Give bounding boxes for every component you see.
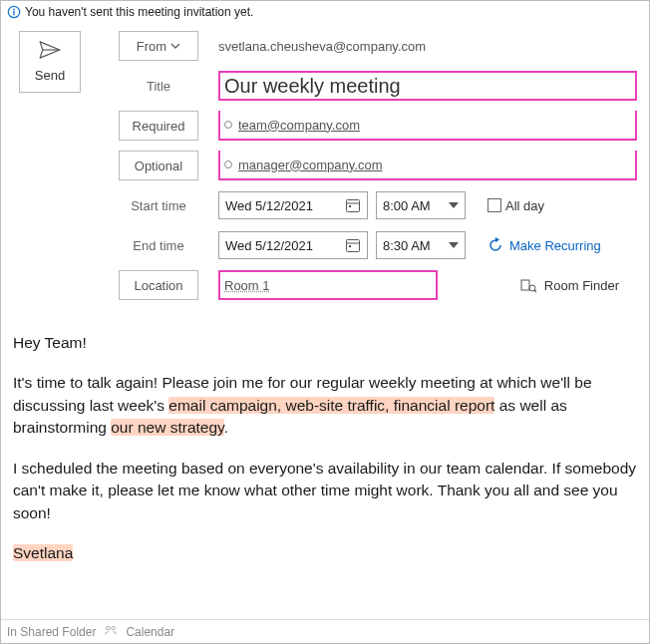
svg-rect-7 bbox=[347, 240, 360, 252]
end-time-label: End time bbox=[119, 230, 198, 260]
make-recurring-label: Make Recurring bbox=[509, 238, 601, 253]
from-button[interactable]: From bbox=[119, 31, 198, 61]
folder-icon bbox=[104, 623, 118, 640]
meeting-body[interactable]: Hey Team! It's time to talk again! Pleas… bbox=[1, 310, 649, 593]
optional-email[interactable]: manager@company.com bbox=[238, 158, 382, 172]
optional-input[interactable]: manager@company.com bbox=[218, 151, 637, 180]
title-label: Title bbox=[119, 71, 198, 101]
room-finder-label: Room Finder bbox=[544, 278, 619, 293]
all-day-checkbox[interactable]: All day bbox=[488, 198, 544, 213]
svg-point-13 bbox=[107, 627, 111, 631]
svg-rect-6 bbox=[349, 205, 351, 207]
start-time-label: Start time bbox=[119, 190, 198, 220]
start-time-input[interactable]: 8:00 AM bbox=[376, 191, 466, 219]
send-button[interactable]: Send bbox=[19, 31, 81, 93]
body-signature: Svetlana bbox=[13, 544, 73, 561]
calendar-icon bbox=[345, 197, 361, 213]
required-button[interactable]: Required bbox=[119, 111, 198, 141]
location-button[interactable]: Location bbox=[119, 270, 198, 300]
end-time-input[interactable]: 8:30 AM bbox=[376, 231, 466, 259]
highlight-topics: email campaign, web-site traffic, financ… bbox=[168, 397, 494, 414]
title-input[interactable]: Our weekly meeting bbox=[218, 71, 637, 101]
body-paragraph-1: It's time to talk again! Please join me … bbox=[13, 372, 637, 439]
calendar-folder-label: Calendar bbox=[126, 625, 174, 639]
svg-line-12 bbox=[534, 290, 536, 292]
highlight-strategy: our new strategy bbox=[111, 419, 223, 436]
room-finder-button[interactable]: Room Finder bbox=[520, 277, 619, 293]
presence-icon bbox=[224, 161, 232, 168]
svg-rect-10 bbox=[521, 280, 529, 290]
end-date-value: Wed 5/12/2021 bbox=[225, 238, 313, 253]
shared-folder-label: In Shared Folder bbox=[7, 625, 96, 639]
start-date-input[interactable]: Wed 5/12/2021 bbox=[218, 191, 368, 219]
start-time-value: 8:00 AM bbox=[383, 198, 431, 213]
svg-point-1 bbox=[13, 9, 15, 11]
svg-point-14 bbox=[112, 627, 116, 631]
end-date-input[interactable]: Wed 5/12/2021 bbox=[218, 231, 368, 259]
info-icon bbox=[7, 5, 21, 19]
dropdown-icon bbox=[449, 242, 459, 248]
from-label: From bbox=[137, 39, 166, 54]
body-paragraph-2: I scheduled the meeting based on everyon… bbox=[13, 458, 637, 524]
notice-bar: You haven't sent this meeting invitation… bbox=[1, 1, 649, 25]
svg-rect-9 bbox=[349, 245, 351, 247]
start-date-value: Wed 5/12/2021 bbox=[225, 198, 313, 213]
body-greeting: Hey Team! bbox=[13, 332, 637, 354]
svg-rect-4 bbox=[347, 200, 360, 212]
checkbox-icon bbox=[488, 198, 501, 212]
notice-text: You haven't sent this meeting invitation… bbox=[25, 5, 253, 19]
presence-icon bbox=[224, 121, 232, 129]
from-value: svetlana.cheusheva@company.com bbox=[218, 31, 637, 61]
dropdown-icon bbox=[449, 202, 459, 208]
room-finder-icon bbox=[520, 277, 536, 293]
send-icon bbox=[39, 41, 61, 62]
end-time-value: 8:30 AM bbox=[383, 238, 431, 253]
make-recurring-link[interactable]: Make Recurring bbox=[488, 237, 601, 253]
location-input[interactable]: Room 1 bbox=[218, 270, 438, 300]
refresh-icon bbox=[488, 237, 503, 253]
optional-button[interactable]: Optional bbox=[119, 151, 198, 180]
all-day-label: All day bbox=[505, 198, 544, 213]
status-bar: In Shared Folder Calendar bbox=[1, 619, 649, 643]
chevron-down-icon bbox=[170, 41, 180, 51]
required-email[interactable]: team@company.com bbox=[238, 118, 360, 133]
location-value: Room 1 bbox=[224, 278, 270, 293]
calendar-icon bbox=[345, 237, 361, 253]
required-input[interactable]: team@company.com bbox=[218, 111, 637, 141]
svg-rect-2 bbox=[13, 11, 14, 15]
send-label: Send bbox=[35, 68, 65, 83]
